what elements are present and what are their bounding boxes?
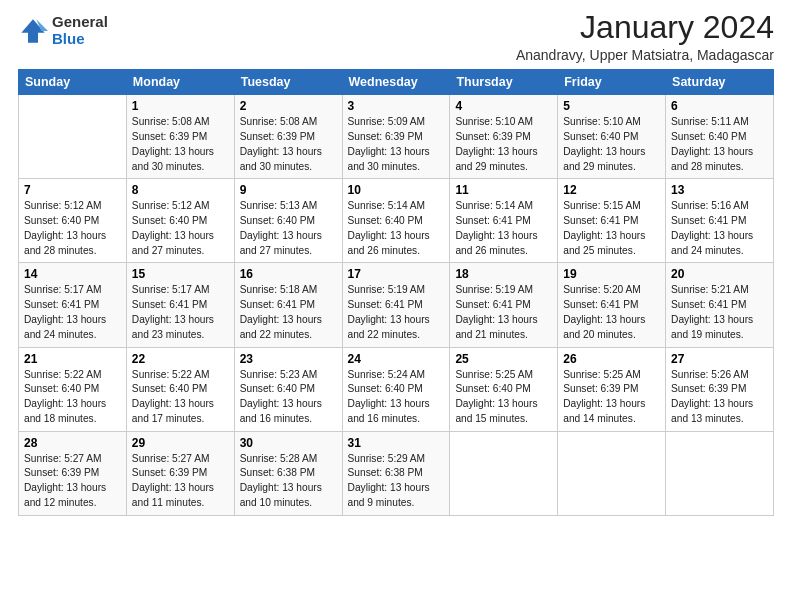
- day-detail: Sunrise: 5:29 AMSunset: 6:38 PMDaylight:…: [348, 452, 445, 511]
- calendar-cell: 3Sunrise: 5:09 AMSunset: 6:39 PMDaylight…: [342, 95, 450, 179]
- day-number: 4: [455, 99, 552, 113]
- day-number: 9: [240, 183, 337, 197]
- calendar-cell: 23Sunrise: 5:23 AMSunset: 6:40 PMDayligh…: [234, 347, 342, 431]
- calendar-cell: 17Sunrise: 5:19 AMSunset: 6:41 PMDayligh…: [342, 263, 450, 347]
- day-number: 1: [132, 99, 229, 113]
- day-detail: Sunrise: 5:12 AMSunset: 6:40 PMDaylight:…: [132, 199, 229, 258]
- day-number: 22: [132, 352, 229, 366]
- calendar-cell: 24Sunrise: 5:24 AMSunset: 6:40 PMDayligh…: [342, 347, 450, 431]
- day-number: 2: [240, 99, 337, 113]
- header-tuesday: Tuesday: [234, 70, 342, 95]
- logo-text: General Blue: [52, 14, 108, 47]
- day-number: 30: [240, 436, 337, 450]
- calendar-header: Sunday Monday Tuesday Wednesday Thursday…: [19, 70, 774, 95]
- day-detail: Sunrise: 5:09 AMSunset: 6:39 PMDaylight:…: [348, 115, 445, 174]
- day-detail: Sunrise: 5:11 AMSunset: 6:40 PMDaylight:…: [671, 115, 768, 174]
- day-number: 19: [563, 267, 660, 281]
- day-number: 16: [240, 267, 337, 281]
- header-thursday: Thursday: [450, 70, 558, 95]
- day-number: 3: [348, 99, 445, 113]
- calendar-cell: 5Sunrise: 5:10 AMSunset: 6:40 PMDaylight…: [558, 95, 666, 179]
- calendar-week-2: 7Sunrise: 5:12 AMSunset: 6:40 PMDaylight…: [19, 179, 774, 263]
- calendar-cell: 19Sunrise: 5:20 AMSunset: 6:41 PMDayligh…: [558, 263, 666, 347]
- header: General Blue January 2024 Anandravy, Upp…: [18, 10, 774, 63]
- calendar-cell: 12Sunrise: 5:15 AMSunset: 6:41 PMDayligh…: [558, 179, 666, 263]
- calendar-cell: 15Sunrise: 5:17 AMSunset: 6:41 PMDayligh…: [126, 263, 234, 347]
- calendar-cell: 14Sunrise: 5:17 AMSunset: 6:41 PMDayligh…: [19, 263, 127, 347]
- calendar-cell: 16Sunrise: 5:18 AMSunset: 6:41 PMDayligh…: [234, 263, 342, 347]
- calendar-week-5: 28Sunrise: 5:27 AMSunset: 6:39 PMDayligh…: [19, 431, 774, 515]
- calendar-cell: 25Sunrise: 5:25 AMSunset: 6:40 PMDayligh…: [450, 347, 558, 431]
- day-detail: Sunrise: 5:19 AMSunset: 6:41 PMDaylight:…: [455, 283, 552, 342]
- calendar-week-1: 1Sunrise: 5:08 AMSunset: 6:39 PMDaylight…: [19, 95, 774, 179]
- day-number: 29: [132, 436, 229, 450]
- header-row: Sunday Monday Tuesday Wednesday Thursday…: [19, 70, 774, 95]
- calendar-cell: 18Sunrise: 5:19 AMSunset: 6:41 PMDayligh…: [450, 263, 558, 347]
- day-detail: Sunrise: 5:28 AMSunset: 6:38 PMDaylight:…: [240, 452, 337, 511]
- day-detail: Sunrise: 5:17 AMSunset: 6:41 PMDaylight:…: [132, 283, 229, 342]
- svg-marker-0: [21, 19, 44, 42]
- calendar-body: 1Sunrise: 5:08 AMSunset: 6:39 PMDaylight…: [19, 95, 774, 516]
- day-detail: Sunrise: 5:14 AMSunset: 6:40 PMDaylight:…: [348, 199, 445, 258]
- page: General Blue January 2024 Anandravy, Upp…: [0, 0, 792, 612]
- day-number: 17: [348, 267, 445, 281]
- day-detail: Sunrise: 5:13 AMSunset: 6:40 PMDaylight:…: [240, 199, 337, 258]
- calendar-cell: [19, 95, 127, 179]
- day-detail: Sunrise: 5:26 AMSunset: 6:39 PMDaylight:…: [671, 368, 768, 427]
- calendar-cell: 29Sunrise: 5:27 AMSunset: 6:39 PMDayligh…: [126, 431, 234, 515]
- month-title: January 2024: [516, 10, 774, 45]
- day-number: 31: [348, 436, 445, 450]
- day-number: 5: [563, 99, 660, 113]
- calendar-cell: 4Sunrise: 5:10 AMSunset: 6:39 PMDaylight…: [450, 95, 558, 179]
- day-number: 24: [348, 352, 445, 366]
- calendar-cell: 6Sunrise: 5:11 AMSunset: 6:40 PMDaylight…: [666, 95, 774, 179]
- header-wednesday: Wednesday: [342, 70, 450, 95]
- calendar-cell: 26Sunrise: 5:25 AMSunset: 6:39 PMDayligh…: [558, 347, 666, 431]
- day-number: 27: [671, 352, 768, 366]
- day-number: 12: [563, 183, 660, 197]
- calendar-cell: [450, 431, 558, 515]
- calendar-cell: 2Sunrise: 5:08 AMSunset: 6:39 PMDaylight…: [234, 95, 342, 179]
- calendar-cell: 10Sunrise: 5:14 AMSunset: 6:40 PMDayligh…: [342, 179, 450, 263]
- day-detail: Sunrise: 5:08 AMSunset: 6:39 PMDaylight:…: [132, 115, 229, 174]
- day-number: 15: [132, 267, 229, 281]
- logo: General Blue: [18, 14, 108, 47]
- calendar-cell: 21Sunrise: 5:22 AMSunset: 6:40 PMDayligh…: [19, 347, 127, 431]
- calendar-cell: [558, 431, 666, 515]
- calendar-table: Sunday Monday Tuesday Wednesday Thursday…: [18, 69, 774, 516]
- day-detail: Sunrise: 5:22 AMSunset: 6:40 PMDaylight:…: [24, 368, 121, 427]
- day-detail: Sunrise: 5:19 AMSunset: 6:41 PMDaylight:…: [348, 283, 445, 342]
- header-friday: Friday: [558, 70, 666, 95]
- calendar-week-4: 21Sunrise: 5:22 AMSunset: 6:40 PMDayligh…: [19, 347, 774, 431]
- day-detail: Sunrise: 5:16 AMSunset: 6:41 PMDaylight:…: [671, 199, 768, 258]
- day-number: 28: [24, 436, 121, 450]
- day-number: 18: [455, 267, 552, 281]
- calendar-cell: 28Sunrise: 5:27 AMSunset: 6:39 PMDayligh…: [19, 431, 127, 515]
- calendar-week-3: 14Sunrise: 5:17 AMSunset: 6:41 PMDayligh…: [19, 263, 774, 347]
- day-detail: Sunrise: 5:10 AMSunset: 6:40 PMDaylight:…: [563, 115, 660, 174]
- calendar-cell: 31Sunrise: 5:29 AMSunset: 6:38 PMDayligh…: [342, 431, 450, 515]
- day-detail: Sunrise: 5:25 AMSunset: 6:39 PMDaylight:…: [563, 368, 660, 427]
- calendar-cell: 1Sunrise: 5:08 AMSunset: 6:39 PMDaylight…: [126, 95, 234, 179]
- day-detail: Sunrise: 5:27 AMSunset: 6:39 PMDaylight:…: [132, 452, 229, 511]
- calendar-cell: 11Sunrise: 5:14 AMSunset: 6:41 PMDayligh…: [450, 179, 558, 263]
- day-number: 7: [24, 183, 121, 197]
- day-detail: Sunrise: 5:17 AMSunset: 6:41 PMDaylight:…: [24, 283, 121, 342]
- calendar-cell: 30Sunrise: 5:28 AMSunset: 6:38 PMDayligh…: [234, 431, 342, 515]
- day-detail: Sunrise: 5:15 AMSunset: 6:41 PMDaylight:…: [563, 199, 660, 258]
- day-detail: Sunrise: 5:23 AMSunset: 6:40 PMDaylight:…: [240, 368, 337, 427]
- calendar-cell: [666, 431, 774, 515]
- day-detail: Sunrise: 5:12 AMSunset: 6:40 PMDaylight:…: [24, 199, 121, 258]
- day-number: 26: [563, 352, 660, 366]
- day-detail: Sunrise: 5:20 AMSunset: 6:41 PMDaylight:…: [563, 283, 660, 342]
- calendar-cell: 27Sunrise: 5:26 AMSunset: 6:39 PMDayligh…: [666, 347, 774, 431]
- calendar-cell: 9Sunrise: 5:13 AMSunset: 6:40 PMDaylight…: [234, 179, 342, 263]
- calendar-cell: 13Sunrise: 5:16 AMSunset: 6:41 PMDayligh…: [666, 179, 774, 263]
- day-number: 23: [240, 352, 337, 366]
- calendar-cell: 22Sunrise: 5:22 AMSunset: 6:40 PMDayligh…: [126, 347, 234, 431]
- day-number: 8: [132, 183, 229, 197]
- title-block: January 2024 Anandravy, Upper Matsiatra,…: [516, 10, 774, 63]
- day-number: 21: [24, 352, 121, 366]
- calendar-cell: 20Sunrise: 5:21 AMSunset: 6:41 PMDayligh…: [666, 263, 774, 347]
- day-number: 10: [348, 183, 445, 197]
